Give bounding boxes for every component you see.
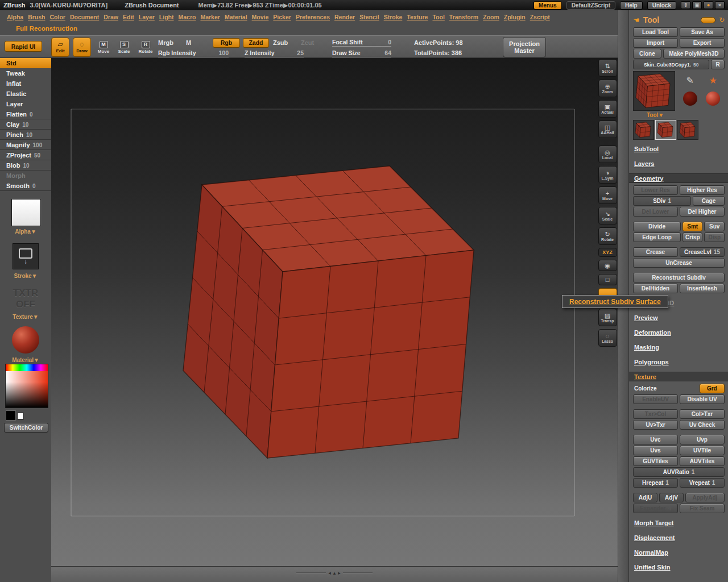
menu-edit[interactable]: Edit	[123, 14, 134, 20]
geometry-del-higher[interactable]: Del Higher	[680, 207, 725, 217]
layout-icon[interactable]: ▣	[692, 1, 702, 9]
cube-3d-object[interactable]	[51, 58, 618, 566]
geometry-higher-res[interactable]: Higher Res	[680, 185, 725, 195]
projection-master-button[interactable]: Projection Master	[503, 37, 546, 57]
nav-local-button[interactable]: ◎Local	[598, 146, 617, 163]
geometry-cage[interactable]: Cage	[693, 196, 725, 206]
sphere-tool-icon-bright[interactable]	[706, 92, 720, 106]
texture-vrepeat[interactable]: Vrepeat1	[680, 478, 725, 488]
geometry-smt[interactable]: Smt	[682, 222, 703, 231]
secondary-color-swatch[interactable]	[6, 410, 16, 421]
geometry-crisp[interactable]: Crisp	[682, 232, 703, 242]
scroll-up-icon[interactable]: ▴	[333, 570, 336, 576]
hue-strip[interactable]	[6, 364, 48, 371]
texture-disable-uv[interactable]: Disable UV	[680, 394, 725, 404]
draw-button[interactable]: ◌ Draw	[73, 38, 91, 57]
close-icon[interactable]: ×	[715, 1, 725, 9]
brush-blob[interactable]: Blob10	[0, 160, 51, 171]
section-morph-target[interactable]: Morph Target	[633, 518, 725, 527]
section-texture[interactable]: Texture	[629, 372, 728, 381]
section-displacement[interactable]: Displacement	[633, 533, 725, 542]
menu-preferences[interactable]: Preferences	[296, 14, 330, 20]
nav-icon-button[interactable]: □	[598, 274, 617, 285]
rotate-button[interactable]: R Rotate	[136, 38, 155, 57]
geometry-creaselvl[interactable]: CreaseLvl15	[680, 247, 725, 257]
texture-uvtile[interactable]: UVTile	[680, 446, 725, 455]
tool-import[interactable]: Import	[633, 38, 678, 48]
brush-pinch[interactable]: Pinch10	[0, 130, 51, 140]
geometry-reconstruct-subdiv[interactable]: Reconstruct Subdiv	[633, 273, 725, 282]
move-button[interactable]: M Move	[94, 38, 113, 57]
section-layers[interactable]: Layers	[633, 159, 725, 168]
brush-flatten[interactable]: Flatten0	[0, 109, 51, 119]
brush-morph[interactable]: Morph	[0, 171, 51, 181]
menu-macro[interactable]: Macro	[179, 14, 196, 20]
menu-zoom[interactable]: Zoom	[483, 14, 499, 20]
saturation-value-square[interactable]	[6, 371, 48, 408]
menu-movie[interactable]: Movie	[252, 14, 269, 20]
record-icon[interactable]: ●	[704, 1, 713, 9]
nav-xyz-button[interactable]: XYZ	[598, 248, 617, 257]
menus-button[interactable]: Menus	[533, 1, 562, 10]
collapse-icon[interactable]: ⇕	[681, 1, 690, 9]
section-geometry[interactable]: Geometry	[629, 173, 728, 183]
nav-move-button[interactable]: +Move	[598, 186, 617, 204]
brush-inflat[interactable]: Inflat	[0, 78, 51, 89]
brush-tool-icon[interactable]: ✎	[686, 75, 694, 86]
texture-adju[interactable]: AdjU	[633, 493, 657, 502]
primary-color-swatch[interactable]	[17, 413, 24, 419]
menu-transform[interactable]: Transform	[449, 14, 478, 20]
z-intensity-slider[interactable]: Z Intensity 25	[245, 49, 304, 57]
menu-stroke[interactable]: Stroke	[384, 14, 403, 20]
section-normalmap[interactable]: NormalMap	[633, 547, 725, 557]
tool-r[interactable]: R	[711, 60, 725, 69]
material-thumbnail[interactable]	[12, 326, 39, 354]
texture-guvtiles[interactable]: GUVTiles	[633, 456, 678, 466]
texture-grd[interactable]: Grd	[700, 384, 725, 393]
palette-toggle[interactable]	[701, 17, 715, 23]
section-masking[interactable]: Masking	[633, 342, 725, 352]
texture-adjv[interactable]: AdjV	[659, 493, 684, 502]
nav-zoom-button[interactable]: ⊕Zoom	[598, 80, 617, 97]
tool-export[interactable]: Export	[680, 38, 725, 48]
nav-l-sym-button[interactable]: ◑L.Sym	[598, 166, 617, 184]
tool-make-polymesh3d[interactable]: Make PolyMesh3D	[663, 49, 725, 59]
brush-clay[interactable]: Clay10	[0, 119, 51, 130]
recent-tool-2-selected[interactable]	[655, 120, 676, 140]
sphere-tool-icon-dark[interactable]	[683, 92, 697, 106]
geometry-uncrease[interactable]: UnCrease	[633, 258, 725, 268]
section-subtool[interactable]: SubTool	[633, 144, 725, 153]
recent-tool-1[interactable]	[633, 120, 654, 140]
draw-size-slider[interactable]: Draw Size 64	[332, 49, 391, 57]
texture-uvc[interactable]: Uvc	[633, 435, 678, 444]
brush-tweak[interactable]: Tweak	[0, 68, 51, 78]
tool-save-as[interactable]: Save As	[680, 27, 725, 37]
texture-uvp[interactable]: Uvp	[680, 435, 725, 444]
geometry-suv[interactable]: Suv	[704, 222, 725, 231]
nav-icon-button[interactable]: ◉	[598, 260, 617, 271]
menu-alpha[interactable]: Alpha	[7, 14, 23, 20]
mrgb-button[interactable]: Mrgb	[158, 39, 173, 46]
menu-document[interactable]: Document	[70, 14, 99, 20]
texture-uvs[interactable]: Uvs	[633, 446, 678, 455]
texture-selector[interactable]: Texture▼	[0, 314, 51, 320]
geometry-edge-loop[interactable]: Edge Loop	[633, 232, 681, 242]
material-selector[interactable]: Material▼	[0, 357, 51, 363]
texture-uv-check[interactable]: Uv Check	[680, 420, 725, 430]
help-button[interactable]: Help	[620, 1, 643, 10]
menu-light[interactable]: Light	[159, 14, 174, 20]
alpha-thumbnail[interactable]	[11, 199, 41, 226]
scroll-widget[interactable]: ◂ ▴ ▸	[296, 570, 373, 576]
geometry-insertmesh[interactable]: InsertMesh	[680, 284, 725, 293]
menu-draw[interactable]: Draw	[104, 14, 118, 20]
brush-magnify[interactable]: Magnify100	[0, 140, 51, 150]
refresh-icon[interactable]: ↻	[719, 16, 725, 24]
section-deformation[interactable]: Deformation	[633, 327, 725, 337]
brush-zproject[interactable]: ZProject50	[0, 150, 51, 160]
nav-scroll-button[interactable]: ⇅Scroll	[598, 59, 617, 77]
zcut-button[interactable]: Zcut	[301, 39, 314, 46]
brush-std[interactable]: Std	[0, 58, 51, 68]
nav-rotate-button[interactable]: ↻Rotate	[598, 227, 617, 245]
stroke-thumbnail[interactable]: ↓	[13, 243, 39, 269]
switch-color-button[interactable]: SwitchColor	[4, 423, 48, 433]
